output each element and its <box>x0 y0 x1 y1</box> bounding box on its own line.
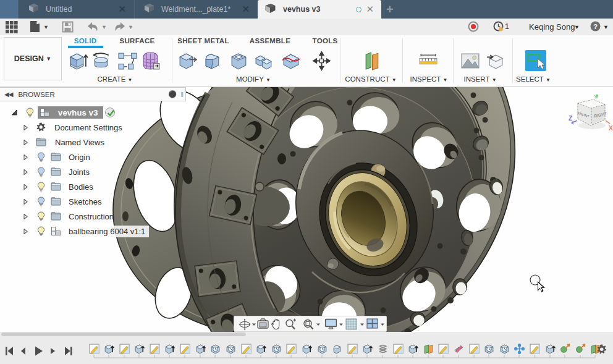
svg-text:Y: Y <box>594 94 598 100</box>
svg-text:X: X <box>609 125 613 132</box>
svg-text:?: ? <box>593 23 598 30</box>
svg-text:Z: Z <box>569 115 572 122</box>
